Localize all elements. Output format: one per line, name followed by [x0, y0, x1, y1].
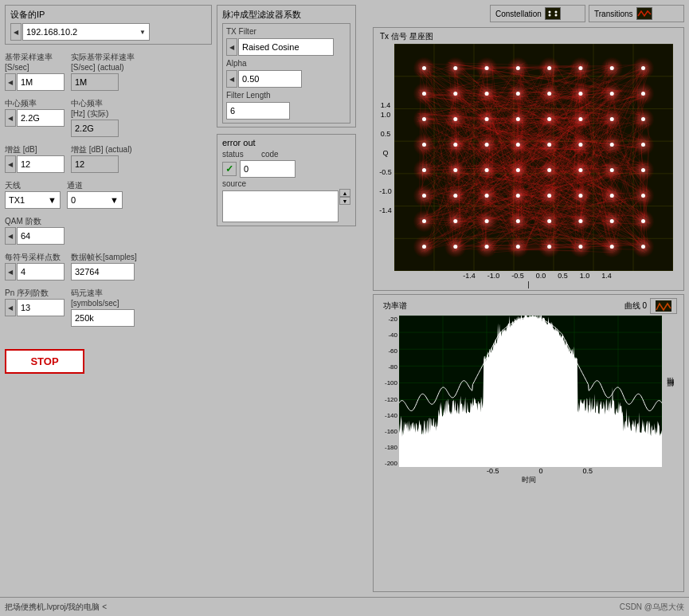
pn-label: Pn 序列阶数 — [5, 288, 65, 298]
samples-per-symbol-spinner[interactable]: ◀ — [5, 263, 16, 281]
device-ip-value: 192.168.10.2 — [26, 27, 77, 37]
center-freq-input[interactable] — [17, 109, 65, 127]
constellation-btn-label: Constellation — [495, 10, 542, 18]
source-container: ▲ ▼ — [222, 189, 350, 222]
gain-input[interactable] — [17, 155, 65, 173]
y-1-label: 1.0 — [381, 111, 391, 119]
transitions-btn-label: Transitions — [594, 10, 633, 18]
alpha-input-group: ◀ — [226, 70, 346, 88]
samples-per-symbol-input-group: ◀ — [5, 263, 65, 281]
pn-spinner[interactable]: ◀ — [5, 299, 16, 316]
baseband-rate-input[interactable] — [17, 73, 65, 91]
curve-label: 曲线 0 — [624, 300, 647, 312]
filter-type-input[interactable] — [238, 38, 334, 56]
curve-button[interactable] — [650, 298, 677, 314]
power-chart-header: 功率谱 曲线 0 — [377, 296, 680, 316]
qam-input[interactable] — [17, 227, 65, 245]
channel-label: 通道 — [67, 181, 123, 190]
samples-per-symbol-field: 每符号采样点数 ◀ — [5, 253, 65, 281]
status-col-label: status — [222, 150, 258, 159]
transitions-icon — [636, 7, 652, 20]
dropdown-arrow-icon: ▼ — [139, 29, 146, 36]
power-x-axis-label: 时间 — [377, 475, 680, 485]
qam-field: QAM 阶数 ◀ — [5, 217, 212, 245]
baseband-rate-field: 基带采样速率 [S/sec] ◀ — [5, 53, 65, 91]
center-freq-field: 中心频率 ◀ — [5, 99, 65, 137]
py--40: -40 — [388, 332, 397, 339]
qam-spinner[interactable]: ◀ — [5, 227, 16, 245]
device-ip-dropdown[interactable]: 192.168.10.2 ▼ — [22, 23, 150, 41]
baseband-rate-spinner[interactable]: ◀ — [5, 73, 16, 91]
gain-field: 增益 [dB] ◀ — [5, 145, 65, 173]
gain-spinner[interactable]: ◀ — [5, 155, 16, 173]
power-canvas — [399, 316, 662, 467]
py--120: -120 — [385, 396, 397, 403]
right-panel: Constellation Transitions — [373, 5, 684, 592]
py--100: -100 — [385, 379, 397, 386]
constellation-section: Tx 信号 星座图 1.4 1.0 0.5 Q -0.5 -1.0 -1.4 -… — [373, 27, 684, 291]
center-freq-actual-unit: [Hz] (实际) — [71, 109, 119, 119]
filter-section-label: 脉冲成型滤波器系数 — [222, 9, 350, 21]
center-freq-spinner[interactable]: ◀ — [5, 109, 16, 127]
filter-length-input[interactable] — [226, 102, 290, 120]
channel-dropdown[interactable]: 0 ▼ — [67, 191, 123, 209]
device-ip-label: 设备的IP — [10, 9, 206, 21]
code-col-label: code — [261, 150, 297, 159]
filter-type-spinner[interactable]: ◀ — [226, 38, 237, 56]
y-0-label: Q — [382, 149, 388, 157]
y-min-label: -1.4 — [379, 206, 392, 214]
device-ip-spinner[interactable]: ◀ — [10, 23, 22, 41]
py--180: -180 — [385, 444, 397, 451]
content-area: 设备的IP ◀ 192.168.10.2 ▼ 基带采样速率 [S/sec] ◀ — [0, 0, 689, 597]
power-y-axis-label: 幅 幅 — [665, 390, 675, 393]
py--140: -140 — [385, 412, 397, 419]
stop-button-container: STOP — [5, 343, 212, 374]
filter-section: 脉冲成型滤波器系数 TX Filter ◀ Alpha ◀ Filter Len… — [217, 5, 356, 128]
constellation-canvas — [394, 44, 673, 271]
svg-rect-0 — [546, 8, 560, 19]
baseband-group: 基带采样速率 [S/sec] ◀ 实际基带采样速率 [S/sec] (actua… — [5, 53, 212, 91]
svg-point-4 — [554, 14, 557, 17]
power-y-axis-label-container: 幅 幅 — [662, 316, 678, 467]
power-chart-area: -20 -40 -60 -80 -100 -120 -140 -160 -180… — [377, 316, 680, 467]
symbol-rate-unit: [symbols/sec] — [71, 299, 135, 308]
alpha-input[interactable] — [238, 70, 302, 88]
center-freq-actual-input — [71, 120, 119, 137]
constellation-mode-button[interactable]: Constellation — [490, 5, 585, 22]
alpha-spinner[interactable]: ◀ — [226, 70, 237, 88]
power-spectrum-section: 功率谱 曲线 0 -20 -40 — [373, 294, 684, 592]
curve-icon — [656, 300, 671, 312]
pn-group: Pn 序列阶数 ◀ 码元速率 [symbols/sec] — [5, 288, 212, 327]
py--20: -20 — [388, 316, 397, 323]
stop-button[interactable]: STOP — [5, 349, 84, 374]
gain-input-group: ◀ — [5, 155, 65, 173]
samples-per-symbol-input[interactable] — [17, 263, 65, 281]
antenna-channel-group: 天线 TX1 ▼ 通道 0 ▼ — [5, 181, 212, 209]
scroll-up-btn[interactable]: ▲ — [339, 189, 350, 197]
data-length-input — [71, 263, 135, 281]
error-status-indicator: ✓ — [222, 162, 237, 176]
error-out-section: error out status code ✓ source ▲ ▼ — [217, 134, 356, 226]
constellation-icon-svg — [546, 8, 560, 19]
data-length-field: 数据帧长[samples] — [71, 253, 137, 281]
x-0.5-label: 0.5 — [558, 272, 568, 280]
constellation-chart-area: 1.4 1.0 0.5 Q -0.5 -1.0 -1.4 — [377, 44, 680, 271]
curve-controls: 曲线 0 — [624, 298, 677, 314]
scroll-down-btn[interactable]: ▼ — [339, 197, 350, 205]
baseband-rate-unit: [S/sec] — [5, 63, 65, 73]
gain-group: 增益 [dB] ◀ 增益 [dB] (actual) — [5, 145, 212, 173]
y--1-label: -1.0 — [379, 187, 392, 195]
transitions-mode-button[interactable]: Transitions — [589, 5, 684, 22]
power-x-labels: -0.5 0 0.5 — [377, 467, 680, 475]
samples-group: 每符号采样点数 ◀ 数据帧长[samples] — [5, 253, 212, 281]
center-freq-label: 中心频率 — [5, 99, 65, 108]
baseband-rate-input-group: ◀ — [5, 73, 65, 91]
filter-length-label: Filter Length — [226, 91, 346, 100]
baseband-actual-unit: [S/sec] (actual) — [71, 63, 135, 73]
checkmark-icon: ✓ — [225, 163, 233, 175]
constellation-icon — [545, 7, 561, 20]
qam-label: QAM 阶数 — [5, 217, 212, 226]
pn-input[interactable] — [17, 299, 65, 316]
antenna-dropdown[interactable]: TX1 ▼ — [5, 191, 61, 209]
svg-point-3 — [548, 14, 550, 17]
